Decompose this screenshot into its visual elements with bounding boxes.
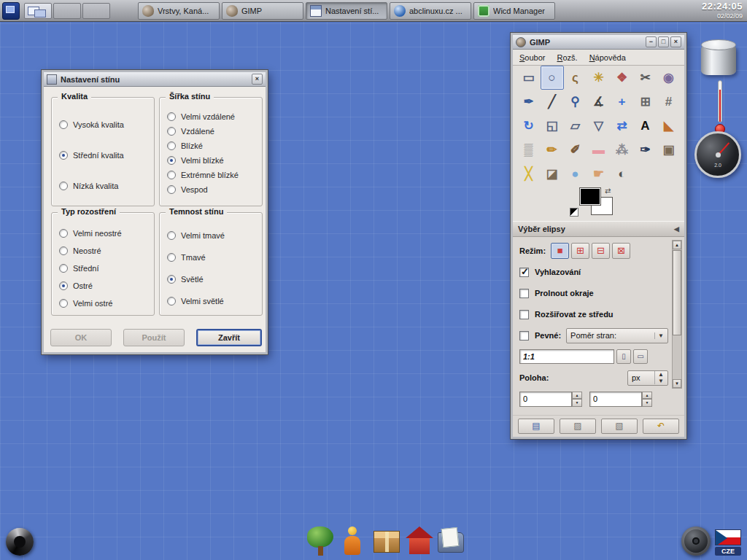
tree-icon[interactable] bbox=[306, 526, 334, 556]
radio-option[interactable]: Světlé bbox=[167, 268, 256, 290]
mode-subtract-button[interactable]: ⊟ bbox=[592, 243, 610, 259]
foreground-select-tool[interactable]: ◉ bbox=[657, 66, 681, 90]
taskbar-item[interactable]: Nastavení stí... bbox=[306, 2, 387, 20]
radio-option[interactable]: Nízká kvalita bbox=[59, 171, 148, 201]
gimp-titlebar[interactable]: GIMP − □ × bbox=[513, 35, 684, 50]
files-icon[interactable] bbox=[438, 528, 464, 554]
swap-colors-icon[interactable]: ⇄ bbox=[605, 187, 611, 195]
delete-options-button[interactable]: ▧ bbox=[601, 419, 638, 434]
thermometer-widget[interactable] bbox=[713, 80, 727, 134]
flip-tool[interactable]: ⇄ bbox=[611, 114, 634, 138]
shear-tool[interactable]: ▱ bbox=[564, 114, 587, 138]
select-by-color-tool[interactable]: ❖ bbox=[611, 66, 634, 90]
radio-option[interactable]: Vespod bbox=[167, 182, 256, 197]
scroll-down-icon[interactable]: ▼ bbox=[673, 379, 681, 388]
radio-option[interactable]: Velmi vzdálené bbox=[167, 109, 256, 124]
perspective-tool[interactable]: ▽ bbox=[587, 114, 611, 138]
options-scrollbar[interactable]: ▲ ▼ bbox=[672, 240, 682, 389]
radio-option[interactable]: Velmi světlé bbox=[167, 290, 256, 312]
taskbar-item[interactable]: abclinuxu.cz ... bbox=[390, 2, 471, 20]
apply-button[interactable]: Použít bbox=[123, 329, 185, 346]
spin-up-icon[interactable]: ▲ bbox=[572, 392, 582, 400]
scrollbar-thumb[interactable] bbox=[673, 250, 681, 335]
panel-clock[interactable]: 22:24:05 02/02/09 bbox=[702, 1, 743, 20]
menu-item[interactable]: Rozš. bbox=[557, 53, 577, 62]
position-y-input[interactable] bbox=[589, 392, 642, 407]
color-picker-tool[interactable]: ╱ bbox=[541, 90, 564, 114]
radio-option[interactable]: Tmavé bbox=[167, 246, 256, 268]
person-icon[interactable] bbox=[343, 526, 362, 556]
window-list-icon[interactable] bbox=[2, 2, 20, 20]
radio-option[interactable]: Velmi ostré bbox=[59, 295, 148, 312]
mode-replace-button[interactable]: ■ bbox=[551, 243, 569, 259]
reset-options-button[interactable]: ↶ bbox=[643, 419, 679, 434]
spin-down-icon[interactable]: ▼ bbox=[572, 399, 582, 407]
dialog-close-button[interactable]: × bbox=[252, 74, 263, 85]
pencil-tool[interactable]: ✏ bbox=[541, 138, 564, 162]
spin-up-icon[interactable]: ▲ bbox=[642, 392, 652, 400]
panel-collapse-icon[interactable]: ◀ bbox=[674, 225, 679, 233]
cylinder-widget[interactable] bbox=[699, 38, 738, 80]
radio-option[interactable]: Velmi neostré bbox=[59, 225, 148, 242]
restore-options-button[interactable]: ▨ bbox=[560, 419, 596, 434]
radio-option[interactable]: Ostré bbox=[59, 277, 148, 295]
perspective-clone-tool[interactable]: ◪ bbox=[541, 162, 564, 186]
dodge-burn-tool[interactable]: ◐ bbox=[611, 162, 634, 186]
spin-down-icon[interactable]: ▼ bbox=[642, 399, 652, 407]
mode-intersect-button[interactable]: ⊠ bbox=[612, 243, 630, 259]
airbrush-tool[interactable]: ⁂ bbox=[611, 138, 634, 162]
volume-icon[interactable] bbox=[681, 526, 711, 556]
position-x-input[interactable] bbox=[519, 392, 572, 407]
bucket-fill-tool[interactable]: ◣ bbox=[657, 114, 681, 138]
pager-desktop-1[interactable] bbox=[24, 3, 52, 19]
radio-option[interactable]: Velmi blízké bbox=[167, 153, 256, 168]
ratio-input[interactable] bbox=[519, 349, 614, 364]
scroll-up-icon[interactable]: ▲ bbox=[673, 241, 681, 249]
menu-item[interactable]: Nápověda bbox=[589, 53, 626, 62]
fixed-checkbox[interactable] bbox=[519, 331, 529, 341]
radio-option[interactable]: Střední bbox=[59, 260, 148, 277]
unit-dropdown[interactable]: px ▲▼ bbox=[627, 370, 668, 386]
paths-tool[interactable]: ✒ bbox=[517, 90, 541, 114]
taskbar-item[interactable]: Vrstvy, Kaná... bbox=[138, 2, 220, 20]
option-checkbox-row[interactable]: Prolnout okraje bbox=[519, 284, 668, 302]
aspect-ratio-dropdown[interactable]: Poměr stran: ▼ bbox=[566, 328, 668, 343]
ellipse-select-tool[interactable]: ○ bbox=[541, 66, 564, 90]
zoom-tool[interactable]: ⚲ bbox=[564, 90, 587, 114]
heal-tool[interactable]: ╳ bbox=[517, 162, 541, 186]
text-tool[interactable]: A bbox=[634, 114, 657, 138]
rotate-tool[interactable]: ↻ bbox=[517, 114, 541, 138]
pager-desktop-3[interactable] bbox=[82, 3, 110, 19]
align-tool[interactable]: ⊞ bbox=[634, 90, 657, 114]
smudge-tool[interactable]: ☛ bbox=[587, 162, 611, 186]
taskbar-item[interactable]: GIMP bbox=[222, 2, 303, 20]
portrait-orientation-button[interactable]: ▯ bbox=[616, 349, 631, 364]
eraser-tool[interactable]: ▬ bbox=[587, 138, 611, 162]
close-button[interactable]: × bbox=[670, 36, 681, 47]
radio-option[interactable]: Vysoká kvalita bbox=[59, 109, 148, 140]
option-checkbox-row[interactable]: Rozšiřovat ze středu bbox=[519, 306, 668, 323]
rect-select-tool[interactable]: ▭ bbox=[517, 66, 541, 90]
ok-button[interactable]: OK bbox=[50, 329, 112, 346]
dialog-titlebar[interactable]: Nastavení stínu × bbox=[44, 72, 266, 87]
blend-tool[interactable]: ▒ bbox=[517, 138, 541, 162]
home-icon[interactable] bbox=[406, 526, 433, 556]
tool-options-titlebar[interactable]: Výběr elipsy ◀ bbox=[513, 221, 684, 237]
paintbrush-tool[interactable]: ✐ bbox=[564, 138, 587, 162]
measure-tool[interactable]: ∡ bbox=[587, 90, 611, 114]
clone-tool[interactable]: ▣ bbox=[657, 138, 681, 162]
scale-tool[interactable]: ◱ bbox=[541, 114, 564, 138]
save-options-button[interactable]: ▤ bbox=[518, 419, 554, 434]
close-button[interactable]: Zavřít bbox=[196, 329, 262, 346]
landscape-orientation-button[interactable]: ▭ bbox=[633, 349, 648, 364]
blur-tool[interactable]: ● bbox=[564, 162, 587, 186]
gauge-widget[interactable]: 2.0 bbox=[694, 131, 741, 178]
scissors-tool[interactable]: ✂ bbox=[634, 66, 657, 90]
default-colors-icon[interactable] bbox=[570, 208, 578, 217]
keyboard-layout-widget[interactable]: CZE bbox=[715, 529, 741, 556]
mode-add-button[interactable]: ⊞ bbox=[571, 243, 589, 259]
swirl-launcher-icon[interactable] bbox=[6, 528, 34, 556]
package-icon[interactable] bbox=[374, 531, 400, 553]
radio-option[interactable]: Velmi tmavé bbox=[167, 225, 256, 246]
free-select-tool[interactable]: ς bbox=[564, 66, 587, 90]
